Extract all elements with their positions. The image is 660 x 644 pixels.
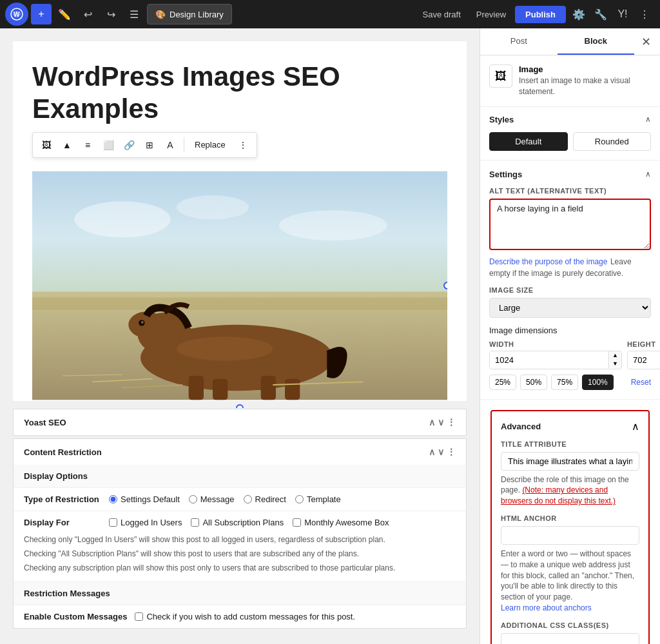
pct-75-button[interactable]: 75% (551, 375, 578, 390)
styles-section: Styles ∧ Default Rounded (480, 107, 660, 161)
styles-chevron: ∧ (645, 115, 651, 124)
resize-handle-bottom[interactable] (236, 404, 244, 408)
restriction-messages-header: Restriction Messages (14, 581, 466, 605)
checkbox-logged-in[interactable]: Logged In Users (109, 518, 182, 527)
more-options-button[interactable]: ⋮ (634, 4, 655, 24)
crop-button[interactable]: ⊞ (140, 135, 159, 155)
radio-redirect[interactable]: Redirect (244, 494, 286, 504)
html-anchor-input[interactable] (501, 526, 639, 545)
pct-50-button[interactable]: 50% (520, 375, 547, 390)
yoast-seo-label: Yoast SEO (24, 418, 66, 427)
svg-point-20 (141, 321, 144, 324)
content-restriction-header[interactable]: Content Restriction ∧ ∨ ⋮ (14, 439, 466, 465)
design-library-button[interactable]: 🎨 Design Library (147, 4, 232, 24)
block-text: Image Insert an image to make a visual s… (519, 64, 651, 97)
width-label: WIDTH (489, 340, 622, 348)
enable-custom-checkbox[interactable]: Check if you wish to add custom messages… (135, 612, 355, 621)
title-attr-input[interactable] (501, 452, 639, 471)
radio-message[interactable]: Message (189, 494, 235, 504)
image-size-label: IMAGE SIZE (489, 286, 651, 294)
save-draft-button[interactable]: Save draft (416, 6, 467, 23)
align-button[interactable]: ≡ (78, 135, 97, 155)
settings-title: Settings (489, 170, 522, 179)
main-layout: WordPress Images SEO Examples 🖼 ▲ ≡ ⬜ 🔗 … (0, 28, 660, 644)
post-title[interactable]: WordPress Images SEO Examples (32, 61, 447, 126)
undo-button[interactable]: ↩ (77, 4, 98, 24)
content-restriction-more[interactable]: ⋮ (447, 447, 456, 457)
alt-text-input[interactable]: A horse laying in a field (489, 199, 651, 250)
width-down-button[interactable]: ▼ (608, 360, 621, 368)
pct-25-button[interactable]: 25% (489, 375, 516, 390)
height-input[interactable] (628, 351, 660, 369)
advanced-chevron: ∧ (632, 420, 639, 433)
type-restriction-label: Type of Restriction (24, 494, 101, 504)
content-restriction-controls: ∧ ∨ ⋮ (429, 447, 456, 457)
desc-line-2: Checking "All Subscription Plans" will s… (24, 548, 456, 560)
close-sidebar-button[interactable]: ✕ (634, 30, 657, 54)
resize-handle-right[interactable] (443, 282, 447, 289)
publish-button[interactable]: Publish (515, 6, 566, 23)
css-class-input[interactable] (501, 633, 639, 644)
tab-block[interactable]: Block (558, 28, 635, 55)
alt-text-field: ALT TEXT (ALTERNATIVE TEXT) A horse layi… (489, 187, 651, 278)
preview-button[interactable]: Preview (470, 6, 512, 23)
editor-content: WordPress Images SEO Examples 🖼 ▲ ≡ ⬜ 🔗 … (13, 41, 467, 401)
more-image-options-button[interactable]: ⋮ (233, 135, 253, 155)
alt-text-link[interactable]: Describe the purpose of the image (489, 257, 607, 266)
width-input[interactable] (490, 351, 608, 369)
pct-100-button[interactable]: 100% (582, 375, 614, 390)
restriction-messages-label: Restriction Messages (24, 589, 110, 598)
settings-toggle-button[interactable]: ⚙️ (568, 4, 589, 24)
wp-logo[interactable]: W (5, 3, 28, 26)
display-for-label: Display For (24, 518, 101, 527)
tools-button[interactable]: 🔧 (590, 4, 611, 24)
sidebar-tabs: Post Block ✕ (480, 28, 660, 55)
yoast-seo-panel: Yoast SEO ∧ ∨ ⋮ (13, 409, 467, 436)
yoast-chevron-up[interactable]: ∧ (429, 417, 435, 427)
yoast-more[interactable]: ⋮ (447, 417, 456, 427)
content-restriction-chevron-down[interactable]: ∨ (438, 447, 444, 457)
alt-text-button[interactable]: ▲ (57, 135, 77, 155)
checkbox-monthly[interactable]: Monthly Awesome Box (293, 518, 389, 527)
horse-image (32, 163, 447, 408)
html-anchor-desc: Enter a word or two — without spaces — t… (501, 549, 639, 614)
yoast-chevron-down[interactable]: ∨ (438, 417, 444, 427)
html-anchor-label: HTML ANCHOR (501, 514, 639, 522)
advanced-section: Advanced ∧ TITLE ATTRIBUTE Describe the … (490, 410, 650, 644)
reset-dimensions-button[interactable]: Reset (631, 378, 651, 387)
width-up-button[interactable]: ▲ (608, 351, 621, 360)
text-overlay-button[interactable]: A (160, 135, 180, 155)
css-class-field: ADDITIONAL CSS CLASS(ES) Separate multip… (501, 621, 639, 644)
style-rounded-button[interactable]: Rounded (573, 132, 652, 151)
style-default-button[interactable]: Default (489, 132, 568, 151)
right-sidebar: Post Block ✕ 🖼 Image Insert an image to … (480, 28, 660, 644)
checkbox-all-plans[interactable]: All Subscription Plans (191, 518, 284, 527)
link-button[interactable]: 🔗 (119, 135, 139, 155)
edit-tool-button[interactable]: ✏️ (54, 4, 75, 24)
display-for-checkbox-group: Logged In Users All Subscription Plans M… (109, 518, 389, 527)
image-size-select[interactable]: Large (489, 298, 651, 318)
settings-section: Settings ∧ ALT TEXT (ALTERNATIVE TEXT) A… (480, 161, 660, 400)
settings-section-header[interactable]: Settings ∧ (489, 170, 651, 179)
alt-text-label: ALT TEXT (ALTERNATIVE TEXT) (489, 187, 651, 195)
content-restriction-chevron-up[interactable]: ∧ (429, 447, 435, 457)
add-block-button[interactable]: + (31, 4, 52, 24)
advanced-section-header[interactable]: Advanced ∧ (501, 420, 639, 433)
yoast-icon-button[interactable]: Y! (612, 4, 633, 24)
list-view-button[interactable]: ☰ (124, 4, 144, 24)
svg-rect-11 (189, 376, 204, 400)
image-icon-button[interactable]: 🖼 (37, 135, 56, 155)
redo-button[interactable]: ↪ (101, 4, 121, 24)
learn-anchors-link[interactable]: Learn more about anchors (501, 603, 592, 612)
styles-section-header[interactable]: Styles ∧ (480, 107, 660, 132)
yoast-seo-header[interactable]: Yoast SEO ∧ ∨ ⋮ (14, 409, 466, 435)
block-info: 🖼 Image Insert an image to make a visual… (480, 55, 660, 107)
radio-settings-default[interactable]: Settings Default (109, 494, 180, 504)
svg-point-4 (74, 201, 170, 237)
full-width-button[interactable]: ⬜ (99, 135, 118, 155)
image-block (32, 163, 447, 408)
replace-image-button[interactable]: Replace (188, 137, 232, 152)
tab-post[interactable]: Post (480, 28, 558, 55)
radio-template[interactable]: Template (295, 494, 341, 504)
width-group: WIDTH ▲ ▼ (489, 340, 622, 369)
